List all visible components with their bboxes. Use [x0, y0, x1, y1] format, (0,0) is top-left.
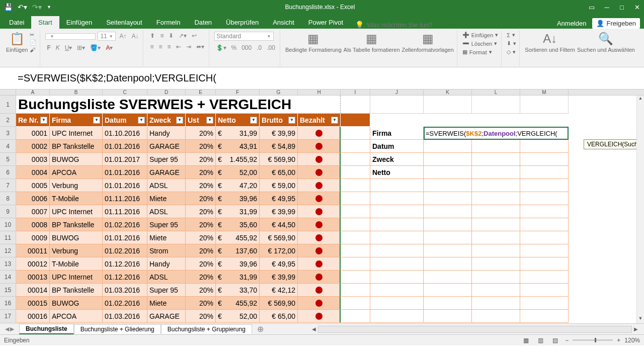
cell[interactable]	[472, 179, 520, 192]
autosum[interactable]: Σ▾	[507, 32, 516, 38]
cell-zweck[interactable]: Handy	[147, 257, 186, 270]
cell-firma[interactable]: BUWOG	[50, 297, 103, 310]
cell[interactable]	[370, 270, 424, 284]
cell-firma[interactable]: T-Mobile	[50, 192, 103, 205]
tab-seitenlayout[interactable]: Seitenlayout	[99, 16, 149, 29]
row-header[interactable]: 4	[0, 140, 16, 153]
cell[interactable]	[472, 284, 520, 297]
column-header-D[interactable]: D	[147, 89, 186, 95]
cell[interactable]	[424, 257, 472, 270]
row-header[interactable]: 15	[0, 284, 16, 297]
cell-datum[interactable]: 01.01.2016	[103, 231, 147, 244]
column-header-E[interactable]: E	[186, 89, 216, 95]
cell-ust[interactable]: 20%	[186, 153, 216, 166]
cell[interactable]	[472, 257, 520, 270]
cell-netto[interactable]: €1.455,92	[216, 153, 260, 166]
cell-brutto[interactable]: € 39,99	[260, 127, 298, 140]
cell-firma[interactable]: BUWOG	[50, 153, 103, 166]
freigeben-button[interactable]: 👤 Freigeben	[592, 18, 640, 29]
zoom-out-icon[interactable]: −	[565, 337, 569, 344]
cell-bezahlt[interactable]	[298, 205, 341, 218]
filter-icon[interactable]: ▼	[206, 117, 213, 124]
cell-firma[interactable]: Verbung	[50, 179, 103, 192]
row-header[interactable]: 5	[0, 153, 16, 166]
clear[interactable]: ◇▾	[507, 49, 516, 55]
cell-firma[interactable]: BUWOG	[50, 231, 103, 244]
cell-netto[interactable]: €47,20	[216, 179, 260, 192]
cell-ust[interactable]: 20%	[186, 231, 216, 244]
cell-zweck[interactable]: ADSL	[147, 179, 186, 192]
cell-datum[interactable]: 01.11.2016	[103, 192, 147, 205]
formula-input[interactable]	[3, 70, 642, 86]
row-header[interactable]: 3	[0, 127, 16, 140]
sheet-tab-3[interactable]: Buchungsliste + Gruppierung	[161, 324, 252, 334]
cell-firma[interactable]: BP Tankstelle	[50, 284, 103, 297]
row-header[interactable]: 7	[0, 179, 16, 192]
table-header[interactable]: Netto▼	[216, 114, 260, 127]
cell-datum[interactable]: 01.03.2016	[103, 284, 147, 297]
cell[interactable]	[370, 297, 424, 310]
cell-bezahlt[interactable]	[298, 310, 341, 323]
orientation-icon[interactable]: ↗▾	[177, 32, 188, 40]
cell-renr[interactable]: 0002	[16, 140, 50, 153]
numberformat-dropdown[interactable]: Standard▼	[214, 32, 274, 41]
cell[interactable]	[341, 231, 370, 244]
qat-dropdown-icon[interactable]: ▼	[47, 5, 51, 10]
cell[interactable]	[370, 257, 424, 270]
table-header[interactable]: Bezahlt▼	[298, 114, 341, 127]
cell-brutto[interactable]: € 39,99	[260, 205, 298, 218]
cell-renr[interactable]: 0009	[16, 231, 50, 244]
cell-netto[interactable]: €43,91	[216, 140, 260, 153]
cell[interactable]	[341, 297, 370, 310]
cell[interactable]	[520, 96, 569, 114]
column-header-L[interactable]: L	[472, 89, 520, 95]
grid[interactable]: 1Buchungsliste SVERWEIS + VERGLEICH2Re N…	[0, 96, 644, 323]
table-header[interactable]: Brutto▼	[260, 114, 298, 127]
cell[interactable]	[341, 257, 370, 270]
column-header-M[interactable]: M	[520, 89, 569, 95]
cell[interactable]	[424, 297, 472, 310]
cell[interactable]	[424, 231, 472, 244]
column-header-B[interactable]: B	[50, 89, 103, 95]
format-cells[interactable]: ▦Format▾	[462, 49, 498, 55]
delete-cells[interactable]: ➖Löschen▾	[462, 40, 498, 47]
format-as-table[interactable]: ▦ Als Tabelle formatieren	[344, 32, 400, 53]
cell-brutto[interactable]: € 569,90	[260, 153, 298, 166]
cell-renr[interactable]: 00012	[16, 257, 50, 270]
fontname-dropdown[interactable]: ▼	[45, 33, 96, 40]
table-header[interactable]: Firma▼	[50, 114, 103, 127]
row-header[interactable]: 6	[0, 166, 16, 179]
cell-ust[interactable]: 20%	[186, 310, 216, 323]
percent-icon[interactable]: %	[230, 44, 238, 52]
cell-netto[interactable]: €35,60	[216, 218, 260, 231]
cell-renr[interactable]: 00013	[16, 270, 50, 284]
cell[interactable]	[370, 244, 424, 257]
dedent-icon[interactable]: ⇤	[175, 43, 183, 51]
cell-brutto[interactable]: € 65,00	[260, 166, 298, 179]
cell-firma[interactable]: UPC Internet	[50, 127, 103, 140]
cell[interactable]	[424, 96, 472, 114]
merge-icon[interactable]: ⬌▾	[195, 43, 206, 51]
cell-renr[interactable]: 0006	[16, 192, 50, 205]
cell-bezahlt[interactable]	[298, 127, 341, 140]
cell[interactable]	[341, 205, 370, 218]
column-header-I[interactable]: I	[341, 89, 370, 95]
cell[interactable]	[472, 244, 520, 257]
align-top-icon[interactable]: ⬆	[148, 32, 156, 40]
cell-ust[interactable]: 20%	[186, 284, 216, 297]
cell[interactable]	[424, 244, 472, 257]
cell-datum[interactable]: 01.12.2016	[103, 270, 147, 284]
cell-renr[interactable]: 00011	[16, 244, 50, 257]
cell[interactable]	[341, 140, 370, 153]
align-bottom-icon[interactable]: ⬇	[167, 32, 175, 40]
cell[interactable]	[472, 205, 520, 218]
find-select[interactable]: 🔍 Suchen und Auswählen	[577, 32, 635, 53]
cell-brutto[interactable]: € 65,00	[260, 310, 298, 323]
lookup-label[interactable]: Firma	[370, 127, 424, 140]
cell-firma[interactable]: T-Mobile	[50, 257, 103, 270]
fontsize-dropdown[interactable]: 11▼	[98, 32, 116, 41]
cell-bezahlt[interactable]	[298, 179, 341, 192]
page-title[interactable]: Buchungsliste SVERWEIS + VERGLEICH	[16, 96, 341, 114]
cell-renr[interactable]: 0001	[16, 127, 50, 140]
row-header[interactable]: 16	[0, 297, 16, 310]
